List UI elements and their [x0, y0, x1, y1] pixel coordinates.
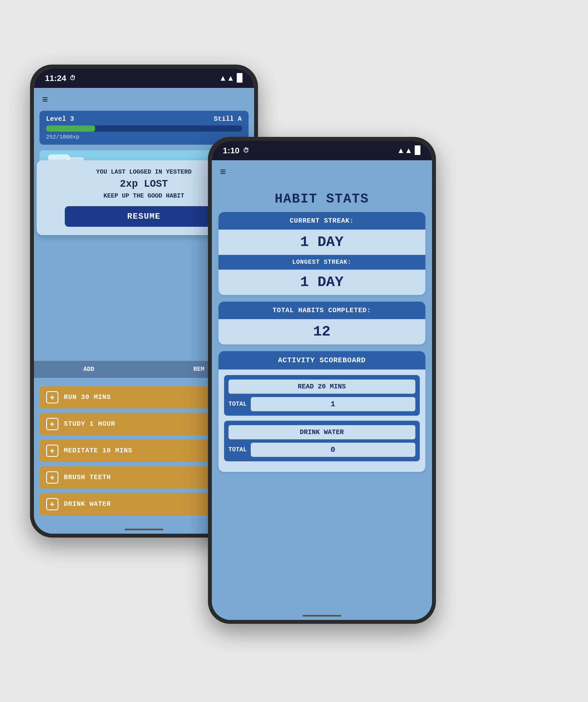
time-display-1: 11:24 — [45, 74, 66, 83]
streak-card: CURRENT STREAK: 1 DAY LONGEST STREAK: 1 … — [218, 212, 425, 295]
hamburger-menu-1[interactable]: ≡ — [34, 88, 254, 111]
habit-name-2: MEDITATE 10 MINS — [64, 447, 132, 454]
total-habits-label: TOTAL HABITS COMPLETED: — [218, 302, 425, 319]
phone-2: 1:10 ⏱ ▲▲ ▉ ≡ HABIT STATS CURRENT STREAK… — [208, 137, 436, 624]
scoreboard-item-1: DRINK WATER TOTAL 0 — [224, 421, 420, 461]
status-icons-2: ▲▲ ▉ — [397, 146, 421, 155]
status-bar-2: 1:10 ⏱ ▲▲ ▉ — [212, 141, 432, 160]
level-bar-section: Level 3 Still A 252/1000xp — [39, 111, 249, 145]
habit-name-3: BRUSH TEETH — [64, 474, 111, 481]
home-indicator-2 — [302, 615, 341, 616]
level-right-text: Still A — [214, 115, 242, 123]
habit-plus-0: + — [46, 391, 58, 403]
scoreboard-item-0: READ 20 MINS TOTAL 1 — [224, 375, 420, 416]
total-habits-card: TOTAL HABITS COMPLETED: 12 — [218, 302, 425, 344]
scoreboard-total-value-1: 0 — [251, 443, 415, 457]
time-display-2: 1:10 — [223, 146, 240, 155]
clock-icon-1: ⏱ — [69, 75, 76, 82]
habit-name-4: DRINK WATER — [64, 500, 111, 508]
battery-icon-2: ▉ — [415, 146, 421, 155]
xp-bar-bg — [46, 125, 242, 132]
habit-stats-title: HABIT STATS — [212, 183, 432, 212]
scoreboard-habit-name-1: DRINK WATER — [229, 425, 415, 439]
status-icons-1: ▲▲ ▉ — [219, 74, 243, 83]
scoreboard-total-label-0: TOTAL — [229, 401, 247, 407]
clock-icon-2: ⏱ — [243, 147, 249, 154]
signal-icon-2: ▲▲ — [397, 146, 412, 155]
xp-text: 252/1000xp — [46, 134, 242, 140]
habit-plus-4: + — [46, 498, 58, 510]
habit-name-1: STUDY 1 HOUR — [64, 420, 115, 428]
phone2-app-content: ≡ HABIT STATS CURRENT STREAK: 1 DAY LONG… — [212, 160, 432, 620]
habit-name-0: RUN 30 MINS — [64, 393, 111, 401]
habit-plus-3: + — [46, 471, 58, 484]
habit-plus-1: + — [46, 418, 58, 430]
scoreboard-body: READ 20 MINS TOTAL 1 DRINK WATER TOTAL — [218, 369, 425, 472]
battery-icon-1: ▉ — [237, 74, 243, 83]
xp-bar-fill — [46, 125, 95, 132]
resume-button[interactable]: RESUME — [65, 206, 223, 227]
total-habits-value: 12 — [218, 319, 425, 344]
current-streak-value: 1 DAY — [218, 230, 425, 255]
longest-streak-label: LONGEST STREAK: — [218, 255, 425, 270]
status-bar-1: 11:24 ⏱ ▲▲ ▉ — [34, 69, 254, 88]
scoreboard-total-value-0: 1 — [251, 397, 415, 411]
level-label: Level 3 — [46, 115, 74, 123]
scoreboard-total-row-1: TOTAL 0 — [229, 443, 415, 457]
scoreboard-total-row-0: TOTAL 1 — [229, 397, 415, 411]
add-button[interactable]: ADD — [34, 361, 144, 378]
scoreboard-total-label-1: TOTAL — [229, 446, 247, 453]
hamburger-menu-2[interactable]: ≡ — [212, 160, 432, 183]
scoreboard-title: ACTIVITY SCOREBOARD — [218, 351, 425, 369]
home-indicator-1 — [125, 529, 163, 530]
current-streak-label: CURRENT STREAK: — [218, 212, 425, 230]
scoreboard-habit-name-0: READ 20 MINS — [229, 379, 415, 394]
longest-streak-value: 1 DAY — [218, 270, 425, 295]
signal-icon-1: ▲▲ — [219, 74, 235, 83]
habit-plus-2: + — [46, 445, 58, 457]
scoreboard-card: ACTIVITY SCOREBOARD READ 20 MINS TOTAL 1 — [218, 351, 425, 472]
